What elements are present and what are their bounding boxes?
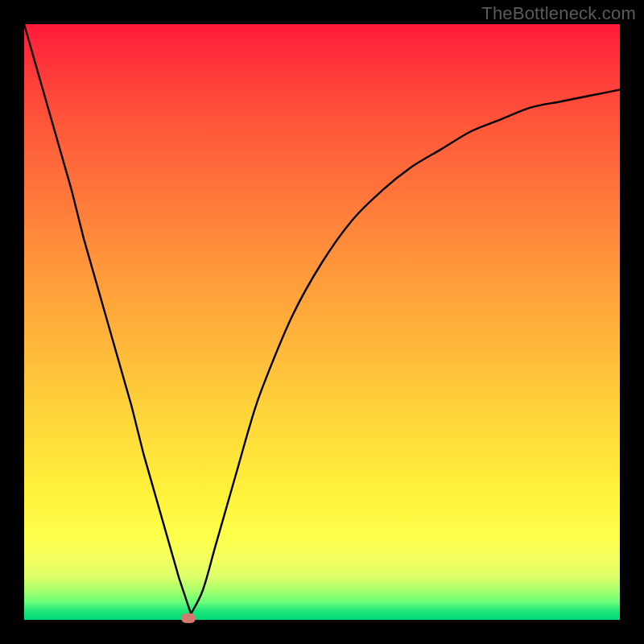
bottleneck-curve [24, 24, 620, 620]
minimum-marker [181, 613, 196, 623]
watermark-text: TheBottleneck.com [481, 3, 636, 24]
plot-area [24, 24, 620, 620]
chart-frame: TheBottleneck.com [0, 0, 644, 644]
